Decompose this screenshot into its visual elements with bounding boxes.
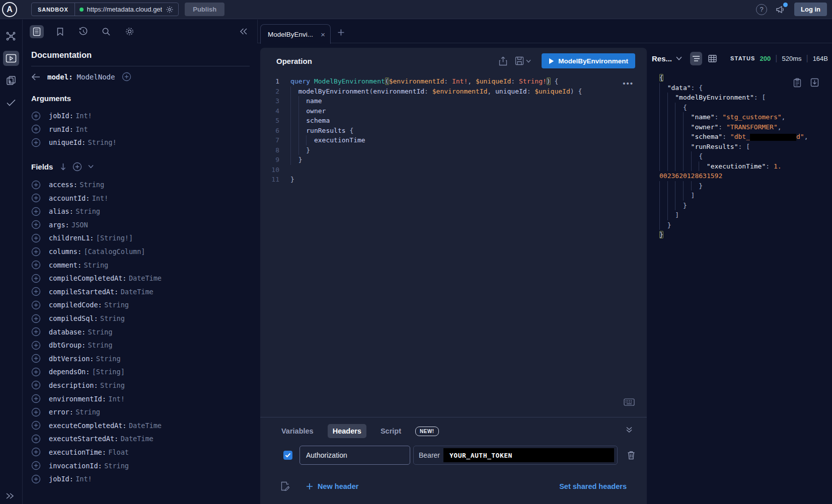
collapse-sidebar-icon[interactable]	[239, 28, 257, 35]
field-row[interactable]: jobId: Int!	[31, 472, 250, 486]
circle-plus-icon[interactable]	[31, 314, 41, 323]
close-tab-icon[interactable]: ×	[321, 30, 325, 39]
field-row[interactable]: executeStartedAt: DateTime	[31, 432, 250, 446]
circle-plus-icon[interactable]	[31, 180, 41, 190]
tab-variables[interactable]: Variables	[276, 424, 319, 438]
circle-plus-icon[interactable]	[31, 354, 41, 363]
circle-plus-icon[interactable]	[31, 260, 41, 270]
circle-plus-icon[interactable]	[31, 421, 41, 430]
saved-operations-bookmark-icon[interactable]	[53, 25, 67, 38]
field-row[interactable]: compiledSql: String	[31, 312, 250, 325]
field-row[interactable]: compileCompletedAt: DateTime	[31, 272, 250, 285]
query-editor[interactable]: 1234567891011 query ModelByEnvironment($…	[260, 74, 647, 185]
operation-tab[interactable]: ModelByEnvi... ×	[260, 24, 331, 44]
field-row[interactable]: environmentId: Int!	[31, 392, 250, 405]
field-row[interactable]: dbtVersion: String	[31, 352, 250, 366]
field-row[interactable]: alias: String	[31, 205, 250, 218]
field-row[interactable]: error: String	[31, 405, 250, 419]
preflight-script-icon[interactable]	[280, 481, 289, 491]
table-view-toggle-icon[interactable]	[706, 52, 718, 65]
download-response-icon[interactable]	[810, 78, 819, 88]
circle-plus-icon[interactable]	[31, 474, 41, 484]
field-row[interactable]: executeCompletedAt: DateTime	[31, 418, 250, 432]
field-row[interactable]: columns: [CatalogColumn]	[31, 245, 250, 259]
back-arrow-icon[interactable]	[31, 73, 40, 80]
argument-row[interactable]: runId: Int	[31, 123, 250, 136]
tab-script[interactable]: Script	[375, 424, 406, 438]
run-operation-button[interactable]: ModelByEnvironment	[542, 53, 635, 68]
circle-plus-icon[interactable]	[31, 367, 41, 377]
apollo-logo[interactable]: A	[2, 2, 17, 17]
publish-button[interactable]: Publish	[185, 3, 224, 16]
circle-plus-icon[interactable]	[31, 138, 41, 147]
login-button[interactable]: Log in	[794, 3, 827, 16]
schema-graph-icon[interactable]	[3, 29, 19, 44]
expand-rail-icon[interactable]	[5, 492, 15, 500]
changelog-icon[interactable]	[3, 73, 19, 88]
header-enabled-checkbox[interactable]	[283, 451, 292, 460]
documentation-tab-icon[interactable]	[30, 25, 44, 38]
circle-plus-icon[interactable]	[31, 407, 41, 417]
editor-more-menu[interactable]: •••	[623, 79, 634, 88]
endpoint-settings-gear-icon[interactable]	[166, 6, 174, 14]
circle-plus-icon[interactable]	[31, 193, 41, 203]
delete-header-icon[interactable]	[627, 451, 635, 460]
sort-fields-icon[interactable]	[60, 163, 66, 171]
field-row[interactable]: childrenL1: [String!]	[31, 231, 250, 245]
explorer-icon[interactable]	[3, 51, 19, 66]
collapse-panel-icon[interactable]	[626, 426, 633, 433]
field-row[interactable]: dbtGroup: String	[31, 339, 250, 352]
field-row[interactable]: database: String	[31, 325, 250, 339]
circle-plus-icon[interactable]	[31, 274, 41, 283]
circle-plus-icon[interactable]	[31, 207, 41, 216]
field-row[interactable]: accountId: Int!	[31, 191, 250, 205]
circle-plus-icon[interactable]	[31, 327, 41, 337]
announcements-icon[interactable]	[775, 5, 786, 15]
endpoint-url[interactable]: https://metadata.cloud.get	[87, 6, 163, 13]
field-row[interactable]: description: String	[31, 379, 250, 392]
keyboard-shortcuts-icon[interactable]	[624, 398, 635, 406]
set-shared-headers-link[interactable]: Set shared headers	[559, 482, 627, 490]
history-icon[interactable]	[76, 25, 90, 38]
add-all-fields-icon[interactable]	[72, 162, 82, 172]
field-row[interactable]: comment: String	[31, 258, 250, 272]
circle-plus-icon[interactable]	[31, 220, 41, 229]
field-row[interactable]: executionTime: Float	[31, 446, 250, 459]
breadcrumb-type[interactable]: ModelNode	[77, 73, 115, 81]
search-icon[interactable]	[99, 25, 113, 38]
save-operation-icon[interactable]	[515, 56, 524, 65]
new-header-button[interactable]: New header	[306, 482, 358, 490]
response-chevron-down-icon[interactable]	[676, 56, 682, 60]
circle-plus-icon[interactable]	[31, 380, 41, 390]
field-row[interactable]: access: String	[31, 178, 250, 192]
circle-plus-icon[interactable]	[31, 461, 41, 470]
circle-plus-icon[interactable]	[31, 124, 41, 134]
explorer-settings-gear-icon[interactable]	[122, 25, 136, 38]
circle-plus-icon[interactable]	[31, 247, 41, 257]
save-chevron-down-icon[interactable]	[526, 59, 531, 63]
circle-plus-icon[interactable]	[31, 434, 41, 444]
tab-headers[interactable]: Headers	[328, 424, 366, 438]
new-tab-icon[interactable]	[337, 29, 345, 36]
circle-plus-icon[interactable]	[31, 447, 41, 457]
field-row[interactable]: compileStartedAt: DateTime	[31, 285, 250, 299]
help-icon[interactable]: ?	[756, 4, 767, 15]
raw-view-toggle-icon[interactable]	[690, 52, 702, 65]
field-row[interactable]: dependsOn: [String]	[31, 365, 250, 379]
add-field-icon[interactable]	[122, 72, 131, 81]
circle-plus-icon[interactable]	[31, 233, 41, 243]
copy-response-icon[interactable]	[793, 78, 801, 88]
field-row[interactable]: compiledCode: String	[31, 298, 250, 312]
argument-row[interactable]: uniqueId: String!	[31, 136, 250, 149]
circle-plus-icon[interactable]	[31, 341, 41, 350]
argument-row[interactable]: jobId: Int!	[31, 109, 250, 123]
circle-plus-icon[interactable]	[31, 300, 41, 310]
header-value-field[interactable]: Bearer YOUR_AUTH_TOKEN	[413, 446, 618, 465]
checks-icon[interactable]	[3, 95, 19, 110]
field-row[interactable]: invocationId: String	[31, 459, 250, 472]
circle-plus-icon[interactable]	[31, 111, 41, 121]
header-name-input[interactable]	[299, 446, 410, 465]
field-row[interactable]: args: JSON	[31, 218, 250, 232]
circle-plus-icon[interactable]	[31, 287, 41, 296]
circle-plus-icon[interactable]	[31, 394, 41, 403]
